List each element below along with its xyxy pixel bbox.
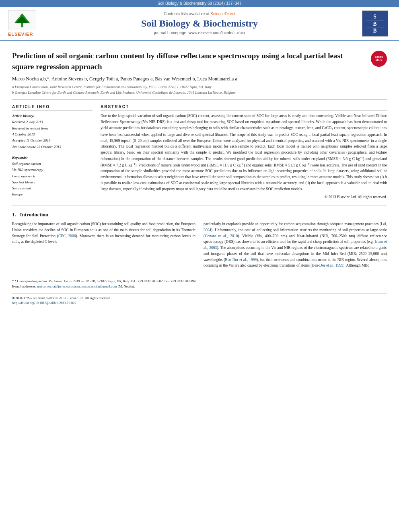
keyword-3: Local approach <box>12 173 93 179</box>
affiliations: a European Commission, Joint Research Ce… <box>12 84 387 95</box>
keywords-list: Soil organic carbon Vis-NIR spectroscopy… <box>12 161 93 198</box>
doi-url[interactable]: http://dx.doi.org/10.1016/j.soilbio.2013… <box>12 301 76 305</box>
page: Soil Biology & Biochemistry 68 (2014) 33… <box>0 0 399 532</box>
authors: Marco Nocita a,b,*, Antoine Stevens b, G… <box>12 75 387 82</box>
history-label: Article history: <box>12 113 93 119</box>
received-date: Received 2 July 2013 <box>12 119 93 125</box>
crossmark-badge[interactable]: CrossMark <box>371 51 387 67</box>
article-history: Article history: Received 2 July 2013 Re… <box>12 113 93 150</box>
svg-text:S: S <box>373 14 376 20</box>
section-title-text: Introduction <box>20 212 49 218</box>
sciencedirect-line: Contents lists available at ScienceDirec… <box>48 12 351 16</box>
footnote-email: E-mail addresses: marco.nocita@jrc.ec.eu… <box>12 284 387 289</box>
abstract-column: ABSTRACT Due to the large spatial variat… <box>101 105 387 199</box>
doi-link[interactable]: http://dx.doi.org/10.1016/j.soilbio.2013… <box>12 300 387 306</box>
corresponding-author-text: * Corresponding author. Via Enrico Fermi… <box>14 279 196 283</box>
email-note: (M. Nocita). <box>118 284 135 288</box>
copyright-line: © 2013 Elsevier Ltd. All rights reserved… <box>101 195 387 199</box>
article-info-column: ARTICLE INFO Article history: Received 2… <box>12 105 93 199</box>
abstract-header: ABSTRACT <box>101 105 387 111</box>
journal-homepage: journal homepage: www.elsevier.com/locat… <box>48 31 351 35</box>
journal-center: Contents lists available at ScienceDirec… <box>40 12 359 35</box>
sciencedirect-link[interactable]: ScienceDirect <box>210 12 235 16</box>
keyword-6: Europe <box>12 191 93 197</box>
email-1-link[interactable]: marco.nocita@jrc.ec.europa.eu <box>37 284 80 288</box>
affiliation-a: a European Commission, Joint Research Ce… <box>12 84 387 90</box>
intro-right-column: particularly in croplands provide an opp… <box>204 221 387 272</box>
introduction-title: 1. Introduction <box>12 212 387 218</box>
journal-header: ELSEVIER Contents lists available at Sci… <box>0 7 399 41</box>
article-info-abstract-section: ARTICLE INFO Article history: Received 2… <box>12 105 387 199</box>
page-footer: 0038-0717/$ – see front matter © 2013 El… <box>12 293 387 306</box>
footnote-corresponding: * * Corresponding author. Via Enrico Fer… <box>12 279 387 284</box>
islam-2003-link[interactable]: Islam et al., 2003 <box>204 240 387 250</box>
revised-date: 4 October 2013 <box>12 131 93 138</box>
citation-text: Soil Biology & Biochemistry 68 (2014) 33… <box>157 1 241 6</box>
main-content: Prediction of soil organic carbon conten… <box>0 41 399 314</box>
elsevier-logo-image <box>8 10 36 30</box>
svg-text:B: B <box>373 28 376 34</box>
cec-2006-link[interactable]: CEC, 2006 <box>58 234 76 238</box>
keywords-section: Keywords: Soil organic carbon Vis-NIR sp… <box>12 156 93 198</box>
elsevier-logo-box: ELSEVIER <box>8 10 40 37</box>
journal-citation-bar: Soil Biology & Biochemistry 68 (2014) 33… <box>0 0 399 7</box>
keyword-1: Soil organic carbon <box>12 161 93 167</box>
keyword-4: Spectral library <box>12 179 93 185</box>
elsevier-text: ELSEVIER <box>8 32 40 37</box>
crossmark-text: CrossMark <box>375 55 383 62</box>
intro-left-column: Recognizing the importance of soil organ… <box>12 221 195 272</box>
elsevier-tree-icon <box>10 11 34 29</box>
article-info-header: ARTICLE INFO <box>12 105 93 111</box>
abstract-text: Due to the large spatial variation of so… <box>101 113 387 192</box>
bendor-1999-link[interactable]: Ben-Dor et al., 1999 <box>225 258 257 262</box>
journal-logo-image: S B B <box>362 10 388 37</box>
keyword-5: Sand content <box>12 185 93 191</box>
affiliation-b: b Georges Lemaître Centre for Earth and … <box>12 90 387 96</box>
intro-right-para-1: particularly in croplands provide an opp… <box>204 221 387 269</box>
authors-text: Marco Nocita a,b,*, Antoine Stevens b, G… <box>12 76 237 82</box>
intro-left-para-1: Recognizing the importance of soil organ… <box>12 221 195 245</box>
email-2-link[interactable]: marco.nocita@gmail.com <box>82 284 117 288</box>
available-online: Available online 23 October 2013 <box>12 144 93 150</box>
issn-text: 0038-0717/$ – see front matter © 2013 El… <box>12 296 387 301</box>
footnotes-section: * * Corresponding author. Via Enrico Fer… <box>12 276 387 289</box>
introduction-body: Recognizing the importance of soil organ… <box>12 221 387 272</box>
keywords-label: Keywords: <box>12 156 93 160</box>
accepted-date: Accepted 11 October 2013 <box>12 138 93 144</box>
svg-text:B: B <box>373 21 376 27</box>
sciencedirect-label: Contents lists available at <box>164 12 209 16</box>
received-revised-label: Received in revised form <box>12 125 93 131</box>
section-number: 1. <box>12 212 16 218</box>
article-title-section: Prediction of soil organic carbon conten… <box>12 45 387 100</box>
article-title: Prediction of soil organic carbon conten… <box>12 51 350 72</box>
conant-2010-link[interactable]: Conant et al., 2010 <box>205 234 238 238</box>
keyword-2: Vis-NIR spectroscopy <box>12 167 93 173</box>
journal-title: Soil Biology & Biochemistry <box>48 18 351 29</box>
bendor-1999b-link[interactable]: Ben-Dor et al., 1999 <box>312 263 343 267</box>
sbb-logo-icon: S B B <box>362 10 388 37</box>
email-label: E-mail addresses: <box>12 284 36 288</box>
journal-logo-box: S B B <box>359 10 391 37</box>
section-divider <box>12 205 387 205</box>
introduction-section: 1. Introduction Recognizing the importan… <box>12 212 387 272</box>
lal-2004-link[interactable]: Lal, 2004 <box>204 222 387 232</box>
